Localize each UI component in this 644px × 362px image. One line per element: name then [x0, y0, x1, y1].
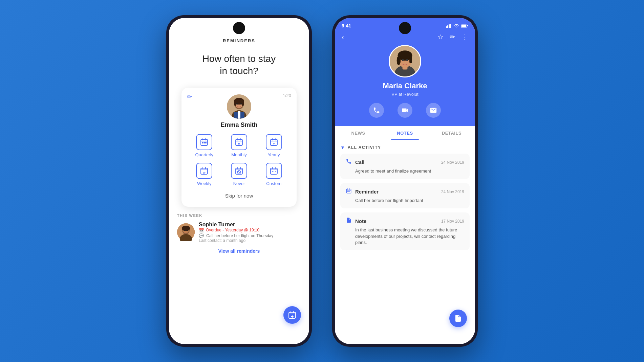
svg-rect-57 [446, 26, 447, 28]
activity-card-call[interactable]: Call 24 Nov 2019 Agreed to meet and fina… [340, 154, 470, 179]
activity-type-row-note: Note [346, 217, 366, 225]
fab-note-icon-svg [454, 314, 462, 322]
activity-type-row-call: Call [346, 158, 365, 166]
quarterly-label: Quarterly [195, 152, 213, 157]
svg-point-47 [182, 226, 190, 231]
reminders-screen: REMINDERS How often to stay in touch? ✏ … [169, 18, 309, 344]
more-icon[interactable]: ⋮ [461, 33, 468, 41]
freq-monthly[interactable]: M Monthly [223, 134, 255, 157]
yearly-label: Yearly [268, 152, 280, 157]
svg-rect-60 [450, 24, 451, 28]
tab-notes[interactable]: NOTES [382, 126, 428, 140]
video-icon [398, 103, 412, 118]
freq-weekly[interactable]: W Weekly [188, 163, 220, 186]
video-svg [401, 107, 409, 114]
back-button[interactable]: ‹ [342, 33, 344, 41]
wifi-icon [454, 24, 459, 28]
svg-point-48 [184, 230, 185, 231]
reminders-question: How often to stay in touch? [192, 53, 286, 77]
hero-contact-name: Maria Clarke [383, 82, 427, 90]
never-icon [231, 163, 247, 179]
this-week-section: THIS WEEK [169, 207, 309, 254]
svg-rect-62 [467, 25, 468, 26]
activity-card-note[interactable]: Note 17 Nov 2019 In the last business me… [340, 212, 470, 250]
calendar-monthly-svg: M [235, 138, 243, 146]
email-action[interactable] [426, 103, 441, 118]
phone-notch-left [233, 22, 245, 34]
this-week-label: THIS WEEK [177, 213, 301, 218]
svg-rect-5 [234, 100, 236, 106]
last-contact: Last contact: a month ago [199, 238, 301, 243]
add-reminder-fab[interactable] [283, 306, 301, 324]
contact-note: 💬 Call her before her flight on Thursday [199, 233, 301, 238]
right-phone: 9:41 [332, 15, 478, 347]
hero-actions [369, 103, 441, 118]
hero-contact-subtitle: VP at Revolut [391, 92, 418, 97]
svg-point-79 [348, 191, 349, 192]
video-action[interactable] [398, 103, 412, 118]
svg-point-7 [236, 103, 238, 105]
phone-svg [373, 107, 380, 114]
svg-rect-70 [409, 55, 412, 63]
svg-point-73 [406, 59, 408, 61]
calendar-yearly-svg: Y [270, 138, 278, 146]
left-screen: REMINDERS How often to stay in touch? ✏ … [169, 18, 309, 344]
tabs-bar: NEWS NOTES DETAILS [335, 126, 475, 140]
note-activity-svg [346, 217, 352, 223]
activity-card-reminder-header: Reminder 24 Nov 2019 [346, 188, 464, 196]
call-activity-svg [346, 158, 352, 164]
activity-card-reminder[interactable]: Reminder 24 Nov 2019 Call her before her… [340, 183, 470, 208]
contact-avatar-small [177, 223, 195, 241]
reminder-activity-svg [346, 188, 352, 194]
skip-button[interactable]: Skip for now [188, 193, 290, 199]
fab-icon-svg [288, 311, 296, 319]
contact-row[interactable]: Sophie Turner 📅 Overdue - Yesterday @ 19… [177, 222, 301, 243]
activity-card-note-header: Note 17 Nov 2019 [346, 217, 464, 225]
reminder-card: ✏ 1/20 [181, 88, 297, 207]
custom-label: Custom [266, 181, 281, 186]
freq-quarterly[interactable]: Quarterly [188, 134, 220, 157]
add-note-fab[interactable] [449, 310, 467, 327]
monthly-icon: M [231, 134, 247, 150]
note-date: 17 Nov 2019 [441, 219, 464, 224]
left-phone: REMINDERS How often to stay in touch? ✏ … [166, 15, 312, 347]
reminder-date: 24 Nov 2019 [441, 189, 464, 194]
svg-rect-16 [203, 142, 205, 143]
svg-rect-10 [238, 111, 240, 119]
activity-type-row-reminder: Reminder [346, 188, 379, 196]
call-icon [369, 103, 384, 118]
activity-arrow-icon: ▼ [340, 145, 345, 150]
edit-icon-hero[interactable]: ✏ [450, 33, 455, 41]
svg-rect-59 [449, 24, 450, 28]
svg-rect-6 [242, 100, 244, 106]
calendar-quarterly-svg [200, 138, 208, 146]
reminder-text: Call her before her flight! Important [346, 198, 464, 204]
email-icon [426, 103, 441, 118]
calendar-icon-small: 📅 [199, 228, 204, 233]
call-type-label: Call [355, 159, 365, 165]
call-action[interactable] [369, 103, 384, 118]
freq-custom[interactable]: Custom [258, 163, 290, 186]
view-all-reminders-button[interactable]: View all reminders [177, 248, 301, 254]
frequency-grid: Quarterly M [188, 134, 290, 186]
never-label: Never [233, 181, 245, 186]
edit-icon[interactable]: ✏ [187, 93, 192, 100]
quarterly-icon [196, 134, 212, 150]
calendar-custom-svg [270, 167, 278, 175]
weekly-icon: W [196, 163, 212, 179]
yearly-icon: Y [266, 134, 282, 150]
freq-never[interactable]: Never [223, 163, 255, 186]
svg-point-80 [349, 191, 350, 192]
contact-hero: ‹ ☆ ✏ ⋮ [335, 30, 475, 126]
signal-icon [446, 24, 452, 28]
contact-avatar-img [227, 94, 251, 119]
star-icon[interactable]: ☆ [437, 33, 444, 41]
svg-point-71 [397, 56, 401, 65]
note-type-label: Note [355, 218, 366, 224]
battery-icon [461, 24, 468, 28]
tab-news[interactable]: NEWS [335, 126, 382, 140]
monthly-label: Monthly [231, 152, 247, 157]
tab-details[interactable]: DETAILS [428, 126, 475, 140]
freq-yearly[interactable]: Y Yearly [258, 134, 290, 157]
svg-rect-33 [236, 168, 242, 174]
